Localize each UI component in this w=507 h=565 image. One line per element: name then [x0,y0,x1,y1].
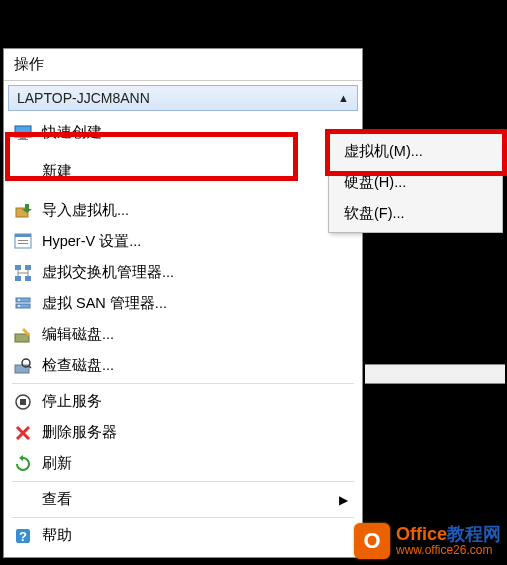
delete-icon [14,424,32,442]
menu-quick-create[interactable]: 快速创建... [4,117,362,148]
new-submenu: 虚拟机(M)... 硬盘(H)... 软盘(F)... [328,132,503,233]
monitor-icon [14,124,32,142]
svg-rect-9 [25,265,31,270]
menu-label: 快速创建... [42,123,114,142]
menu-refresh[interactable]: 刷新 [4,448,362,479]
background-strip [365,364,505,384]
menu-help[interactable]: ? 帮助 [4,520,362,551]
svg-rect-16 [15,334,29,342]
svg-point-15 [18,305,20,307]
svg-rect-6 [18,240,28,241]
section-label: LAPTOP-JJCM8ANN [17,90,150,106]
menu-label: 帮助 [42,526,72,545]
watermark-logo-icon: O [354,523,390,559]
svg-rect-10 [15,276,21,281]
menu-label: 虚拟交换机管理器... [42,263,174,282]
inspect-disk-icon [14,357,32,375]
menu-remove-server[interactable]: 删除服务器 [4,417,362,448]
panel-title: 操作 [4,49,362,81]
menu-edit-disk[interactable]: 编辑磁盘... [4,319,362,350]
settings-icon [14,233,32,251]
menu-vswitch-manager[interactable]: 虚拟交换机管理器... [4,257,362,288]
menu-stop-service[interactable]: 停止服务 [4,386,362,417]
menu-vsan-manager[interactable]: 虚拟 SAN 管理器... [4,288,362,319]
svg-rect-2 [18,139,28,140]
edit-disk-icon [14,326,32,344]
svg-rect-8 [15,265,21,270]
section-header[interactable]: LAPTOP-JJCM8ANN ▲ [8,85,358,111]
help-icon: ? [14,527,32,545]
refresh-icon [14,455,32,473]
menu-import-vm[interactable]: 导入虚拟机... [4,195,362,226]
stop-icon [14,393,32,411]
svg-text:?: ? [19,529,27,544]
san-icon [14,295,32,313]
submenu-vm[interactable]: 虚拟机(M)... [332,136,499,167]
menu-new[interactable]: 新建 ▶ [4,148,362,195]
blank-icon [14,163,32,181]
menu-list: 快速创建... 新建 ▶ 导入虚拟机... Hyper-V 设置... 虚拟交换… [4,115,362,557]
chevron-right-icon: ▶ [339,493,348,507]
svg-rect-21 [20,399,26,405]
collapse-arrow-icon: ▲ [338,92,349,104]
svg-rect-11 [25,276,31,281]
menu-label: 查看 [42,490,72,509]
watermark-brand: Office教程网 [396,525,501,545]
svg-rect-0 [15,126,31,137]
import-icon [14,202,32,220]
svg-rect-7 [18,243,28,244]
network-switch-icon [14,264,32,282]
blank-icon [14,491,32,509]
submenu-floppy[interactable]: 软盘(F)... [332,198,499,229]
menu-label: 编辑磁盘... [42,325,114,344]
menu-label: 虚拟 SAN 管理器... [42,294,167,313]
submenu-hdd[interactable]: 硬盘(H)... [332,167,499,198]
svg-point-14 [18,299,20,301]
menu-inspect-disk[interactable]: 检查磁盘... [4,350,362,381]
actions-panel: 操作 LAPTOP-JJCM8ANN ▲ 快速创建... 新建 ▶ 导入虚拟机.… [3,48,363,558]
watermark: O Office教程网 www.office26.com [354,523,501,559]
menu-label: 停止服务 [42,392,102,411]
watermark-url: www.office26.com [396,544,501,557]
separator [12,481,354,482]
menu-label: Hyper-V 设置... [42,232,141,251]
svg-rect-5 [15,234,31,237]
separator [12,383,354,384]
separator [12,517,354,518]
menu-label: 删除服务器 [42,423,117,442]
menu-label: 导入虚拟机... [42,201,129,220]
menu-view[interactable]: 查看 ▶ [4,484,362,515]
menu-label: 刷新 [42,454,72,473]
menu-label: 新建 [42,162,72,181]
svg-rect-1 [20,137,26,139]
menu-hyperv-settings[interactable]: Hyper-V 设置... [4,226,362,257]
menu-label: 检查磁盘... [42,356,114,375]
